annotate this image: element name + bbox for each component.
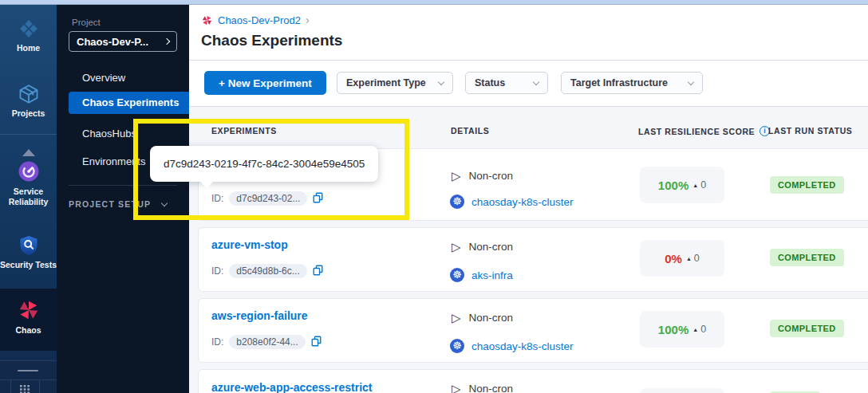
copy-icon[interactable] (313, 192, 323, 206)
sidebar-item-security-tests[interactable]: Security Tests (0, 234, 57, 270)
copy-icon[interactable] (311, 336, 322, 350)
sidebar-item-service-reliability[interactable]: Service Reliability (0, 159, 57, 207)
chevron-right-icon (164, 38, 170, 45)
chevron-down-icon (688, 78, 694, 84)
column-header-details: DETAILS (451, 126, 489, 136)
breadcrumb-separator: › (306, 14, 310, 26)
experiment-name-link[interactable]: azure-vm-stop (211, 238, 288, 251)
status-badge: COMPLETED (770, 176, 844, 194)
experiment-name-link[interactable]: azure-web-app-access-restrict (211, 381, 373, 393)
kubernetes-icon: ☸ (450, 268, 464, 282)
chevron-down-icon (533, 78, 539, 84)
project-setup-section[interactable]: PROJECT SETUP (69, 199, 180, 209)
kubernetes-icon: ☸ (450, 339, 464, 353)
bottom-bar-divider (10, 380, 11, 393)
chevron-down-icon (161, 200, 168, 206)
sidebar-bottom-bar (0, 380, 57, 393)
experiment-id-chip: d7c9d243-02... (229, 191, 307, 206)
non-cron-icon: ▷ (452, 170, 461, 182)
sidebar-item-projects[interactable]: Projects (0, 83, 57, 119)
delta-up-icon: ▲ (692, 327, 698, 332)
non-cron-icon: ▷ (452, 312, 461, 324)
page-header: Chaos-Dev-Prod2 › Chaos Experiments (189, 5, 868, 61)
project-section-label: Project (72, 18, 101, 27)
experiment-id-chip: b208e0f2-44... (229, 335, 305, 349)
new-experiment-button[interactable]: + New Experiment (204, 71, 326, 95)
resilience-score-chip (640, 388, 724, 393)
sidebar-item-chaos[interactable]: Chaos (0, 298, 57, 336)
id-label: ID: (211, 265, 223, 277)
security-tests-shield-icon (18, 234, 40, 257)
project-selector-value: Chaos-Dev-P... (77, 36, 164, 48)
non-cron-icon: ▷ (452, 241, 461, 253)
chaos-logo-icon (17, 298, 41, 322)
column-header-status: LAST RUN STATUS (768, 126, 852, 136)
projects-cube-icon (18, 83, 40, 105)
experiment-type-filter-label: Experiment Type (346, 77, 426, 88)
experiment-row[interactable]: azure-web-app-access-restrict ▷ Non-cron (198, 369, 868, 393)
project-panel: Project Chaos-Dev-P... Overview Chaos Ex… (57, 5, 189, 393)
nav-item-overview[interactable]: Overview (57, 67, 189, 89)
experiment-row[interactable]: aws-region-failure ID: b208e0f2-44... ▷ … (198, 298, 868, 363)
sidebar-label-home: Home (0, 43, 57, 53)
copy-icon[interactable] (313, 265, 323, 279)
column-header-score-label: LAST RESILIENCE SCORE (638, 127, 755, 136)
infrastructure-name: chaosday-k8s-cluster (471, 196, 574, 208)
id-label: ID: (211, 193, 223, 204)
target-infrastructure-filter[interactable]: Target Infrastructure (561, 72, 703, 94)
breadcrumb-project-link[interactable]: Chaos-Dev-Prod2 (218, 14, 301, 26)
project-selector[interactable]: Chaos-Dev-P... (69, 31, 177, 52)
status-badge: COMPLETED (770, 249, 844, 266)
column-header-score: LAST RESILIENCE SCORE i (638, 126, 770, 136)
service-reliability-icon (17, 159, 41, 183)
status-badge: COMPLETED (770, 320, 844, 337)
schedule-type: Non-cron (469, 312, 514, 324)
sidebar-item-home[interactable]: Home (0, 18, 57, 53)
schedule-type: Non-cron (469, 383, 514, 393)
infrastructure-name: chaosday-k8s-cluster (471, 340, 574, 352)
scroll-up-arrow-icon[interactable] (22, 149, 35, 156)
experiment-id-chip: d5c49d8b-6c... (229, 264, 306, 278)
sidebar-label-projects: Projects (0, 108, 57, 119)
status-filter[interactable]: Status (465, 72, 548, 94)
resilience-score-value: 100% (658, 323, 688, 336)
project-setup-label: PROJECT SETUP (69, 199, 151, 209)
score-delta-value: 0 (694, 253, 700, 264)
target-infrastructure-filter-label: Target Infrastructure (570, 77, 668, 88)
chevron-down-icon (438, 78, 444, 84)
experiment-type-filter[interactable]: Experiment Type (337, 72, 453, 94)
resilience-score-chip: 100% ▲0 (640, 167, 724, 203)
nav-item-chaos-experiments[interactable]: Chaos Experiments (69, 92, 189, 114)
infrastructure-link[interactable]: ☸ chaosday-k8s-cluster (450, 195, 574, 209)
chaos-breadcrumb-icon (201, 14, 213, 26)
module-sidebar: Home Projects Service Reliability (0, 5, 57, 393)
resilience-score-value: 0% (665, 252, 682, 265)
sidebar-label-security-tests: Security Tests (0, 260, 57, 270)
nav-item-chaoshubs[interactable]: ChaosHubs (57, 123, 189, 145)
id-tooltip-text: d7c9d243-0219-4f7c-84c2-3004e59e4505 (164, 158, 365, 170)
resilience-score-chip: 0% ▲0 (640, 240, 724, 277)
schedule-type: Non-cron (469, 170, 514, 182)
id-label: ID: (211, 336, 223, 348)
sidebar-divider (0, 134, 57, 135)
app-grid-icon[interactable] (20, 383, 30, 393)
sidebar-label-chaos: Chaos (0, 325, 57, 336)
sidebar-collapse-cell[interactable] (0, 360, 57, 380)
kubernetes-icon: ☸ (450, 195, 464, 209)
bottom-bar-divider (39, 380, 40, 393)
column-header-experiments: EXPERIMENTS (211, 126, 277, 136)
collapse-dash-icon (18, 370, 38, 371)
schedule-type: Non-cron (469, 241, 514, 253)
id-tooltip: d7c9d243-0219-4f7c-84c2-3004e59e4505 (150, 146, 378, 182)
experiment-row[interactable]: azure-vm-stop ID: d5c49d8b-6c... ▷ Non-c… (198, 227, 868, 292)
home-icon (18, 18, 40, 40)
experiment-name-link[interactable]: aws-region-failure (211, 309, 308, 322)
infrastructure-link[interactable]: ☸ aks-infra (450, 268, 513, 282)
panel-divider (69, 185, 177, 186)
delta-up-icon: ▲ (686, 256, 692, 261)
toolbar: + New Experiment Experiment Type Status … (189, 61, 868, 107)
sidebar-label-service-reliability: Service Reliability (5, 187, 53, 207)
status-filter-label: Status (475, 77, 505, 88)
infrastructure-link[interactable]: ☸ chaosday-k8s-cluster (450, 339, 574, 353)
page-title: Chaos Experiments (201, 32, 342, 49)
